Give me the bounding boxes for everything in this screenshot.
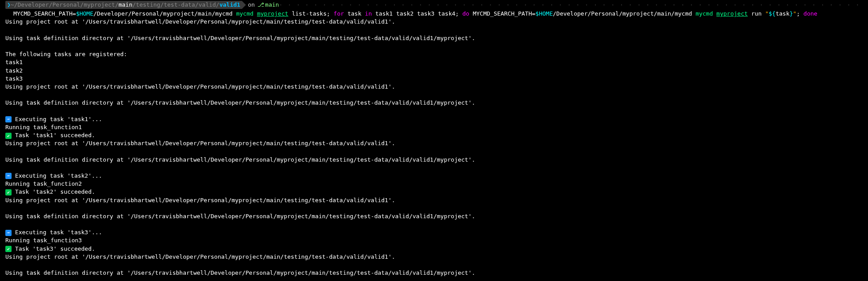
output-line: Using task definition directory at '/Use… (0, 34, 868, 42)
output-line: Using project root at '/Users/travisbhar… (0, 83, 868, 91)
shell-prompt: ❯ ~/Developer/Personal/myproject/main/te… (0, 0, 868, 10)
path-prefix: ~/Developer/Personal/myproject/ (11, 1, 119, 9)
output-line: Running task_function1 (0, 123, 868, 131)
on-label: on (248, 1, 255, 9)
arrow-right-icon: ➡ (5, 116, 12, 122)
output-line: Using project root at '/Users/travisbhar… (0, 253, 868, 261)
blank-line (0, 107, 868, 115)
arrow-right-icon: ➡ (5, 230, 12, 236)
output-line: Using task definition directory at '/Use… (0, 99, 868, 107)
output-line: ➡ Executing task 'task3'... (0, 228, 868, 236)
output-line: The following tasks are registered: (0, 50, 868, 58)
path-mid2: /testing/test-data/valid/ (133, 1, 220, 9)
output-line: ➡ Executing task 'task1'... (0, 115, 868, 123)
prompt-arrow-icon (242, 1, 246, 9)
blank-line (0, 91, 868, 99)
output-line: task2 (0, 67, 868, 75)
output-line: ✔ Task 'task1' succeeded. (0, 131, 868, 139)
output-line: Running task_function2 (0, 180, 868, 188)
blank-line (0, 147, 868, 155)
blank-line (0, 277, 868, 281)
blank-line (0, 26, 868, 34)
output-line: Using task definition directory at '/Use… (0, 269, 868, 277)
output-line: task3 (0, 75, 868, 83)
git-branch-icon: ⎇ (257, 1, 264, 9)
path-mid1: main (118, 1, 132, 9)
output-line: Using project root at '/Users/travisbhar… (0, 18, 868, 26)
output-line: ✔ Task 'task3' succeeded. (0, 245, 868, 253)
blank-line (0, 164, 868, 172)
output-line: ➡ Executing task 'task2'... (0, 172, 868, 180)
output-line: ✔ Task 'task2' succeeded. (0, 188, 868, 196)
output-line: task1 (0, 58, 868, 66)
prompt-path-box: ❯ ~/Developer/Personal/myproject/main/te… (5, 1, 242, 9)
blank-line (0, 42, 868, 50)
check-icon: ✔ (5, 246, 12, 252)
output-line: Using task definition directory at '/Use… (0, 212, 868, 220)
check-icon: ✔ (5, 133, 12, 139)
blank-line (0, 204, 868, 212)
git-branch-name: main (265, 1, 279, 9)
blank-line (0, 220, 868, 228)
check-icon: ✔ (5, 189, 12, 195)
command-line[interactable]: MYCMD_SEARCH_PATH=$HOME/Developer/Person… (0, 10, 868, 18)
prompt-dots: · · · · · · · · · · · · · · · · · · · · … (279, 1, 865, 9)
prompt-caret-icon: ❯ (7, 1, 11, 9)
output-line: Using project root at '/Users/travisbhar… (0, 196, 868, 204)
path-last: valid1 (219, 1, 240, 9)
output-line: Using task definition directory at '/Use… (0, 156, 868, 164)
output-line: Running task_function3 (0, 236, 868, 244)
blank-line (0, 261, 868, 269)
output-line: Using project root at '/Users/travisbhar… (0, 139, 868, 147)
arrow-right-icon: ➡ (5, 173, 12, 179)
